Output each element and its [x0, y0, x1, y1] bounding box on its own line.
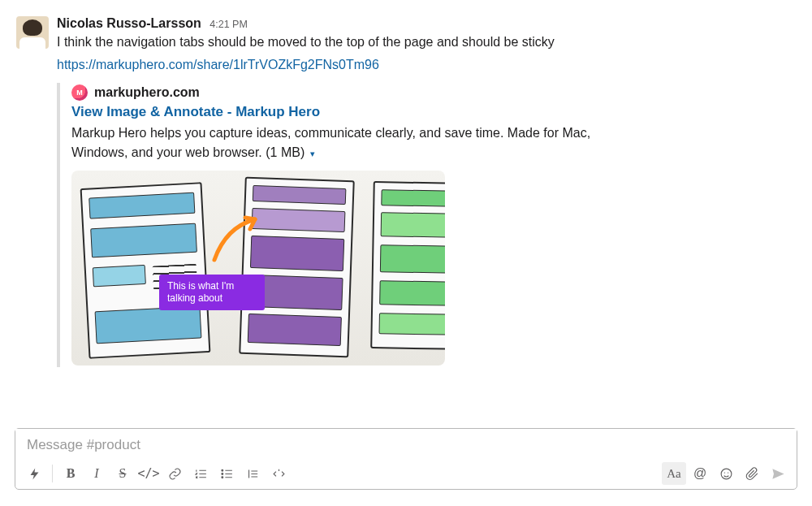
attachment-site-name: markuphero.com — [94, 85, 200, 100]
composer-toolbar: B I S </> Aa @ — [15, 460, 797, 489]
attach-button[interactable] — [740, 462, 764, 485]
blockquote-icon — [246, 467, 260, 481]
site-favicon-label: M — [76, 89, 83, 97]
link-attachment: M markuphero.com View Image & Annotate -… — [57, 83, 641, 367]
emoji-button[interactable] — [714, 462, 738, 485]
message-input[interactable] — [15, 429, 797, 460]
italic-button[interactable]: I — [84, 462, 109, 485]
bold-button[interactable]: B — [58, 462, 83, 485]
paperclip-icon — [745, 467, 759, 481]
strikethrough-button[interactable]: S — [110, 462, 135, 485]
bullet-list-button[interactable] — [214, 462, 239, 485]
attachment-image-preview[interactable]: This is what I'm talking about — [71, 171, 445, 365]
svg-point-4 — [723, 472, 724, 473]
blockquote-button[interactable] — [240, 462, 265, 485]
code-block-icon — [272, 467, 286, 481]
wireframe-sketch — [80, 182, 211, 359]
message-link[interactable]: https://markuphero.com/share/1lrTrVOZkFg… — [57, 58, 379, 71]
collapse-caret-icon[interactable]: ▾ — [310, 149, 315, 158]
send-button[interactable] — [766, 462, 790, 485]
code-block-button[interactable] — [266, 462, 291, 485]
attachment-title[interactable]: View Image & Annotate - Markup Hero — [71, 104, 641, 120]
message-row: Nicolas Russo-Larsson 4:21 PM I think th… — [0, 0, 812, 367]
send-icon — [771, 466, 786, 482]
message-body: Nicolas Russo-Larsson 4:21 PM I think th… — [57, 16, 796, 367]
toolbar-divider — [52, 465, 53, 482]
link-button[interactable] — [162, 462, 187, 485]
attachment-description: Markup Hero helps you capture ideas, com… — [71, 123, 641, 162]
code-button[interactable]: </> — [136, 462, 161, 485]
wireframe-sketch — [370, 181, 445, 350]
message-header: Nicolas Russo-Larsson 4:21 PM — [57, 16, 796, 31]
ordered-list-icon — [194, 467, 208, 481]
svg-point-3 — [721, 469, 732, 479]
ordered-list-button[interactable] — [188, 462, 213, 485]
wireframe-sketch — [239, 177, 355, 358]
svg-point-2 — [221, 476, 222, 478]
svg-point-0 — [221, 469, 222, 471]
annotation-label: This is what I'm talking about — [159, 275, 265, 310]
svg-point-5 — [727, 472, 728, 473]
mention-button[interactable]: @ — [688, 462, 712, 485]
emoji-icon — [719, 467, 733, 481]
timestamp[interactable]: 4:21 PM — [209, 19, 248, 30]
author-name[interactable]: Nicolas Russo-Larsson — [57, 16, 201, 30]
site-favicon: M — [71, 84, 88, 101]
shortcuts-button[interactable] — [22, 462, 46, 485]
attachment-site-row: M markuphero.com — [71, 84, 641, 101]
attachment-description-text: Markup Hero helps you capture ideas, com… — [71, 126, 590, 159]
format-toggle-button[interactable]: Aa — [662, 462, 686, 485]
message-composer: B I S </> Aa @ — [15, 428, 797, 490]
bullet-list-icon — [220, 467, 234, 481]
lightning-icon — [28, 467, 41, 481]
avatar[interactable] — [16, 16, 49, 49]
message-text: I think the navigation tabs should be mo… — [57, 32, 796, 52]
link-icon — [168, 467, 182, 481]
svg-point-1 — [221, 473, 222, 474]
